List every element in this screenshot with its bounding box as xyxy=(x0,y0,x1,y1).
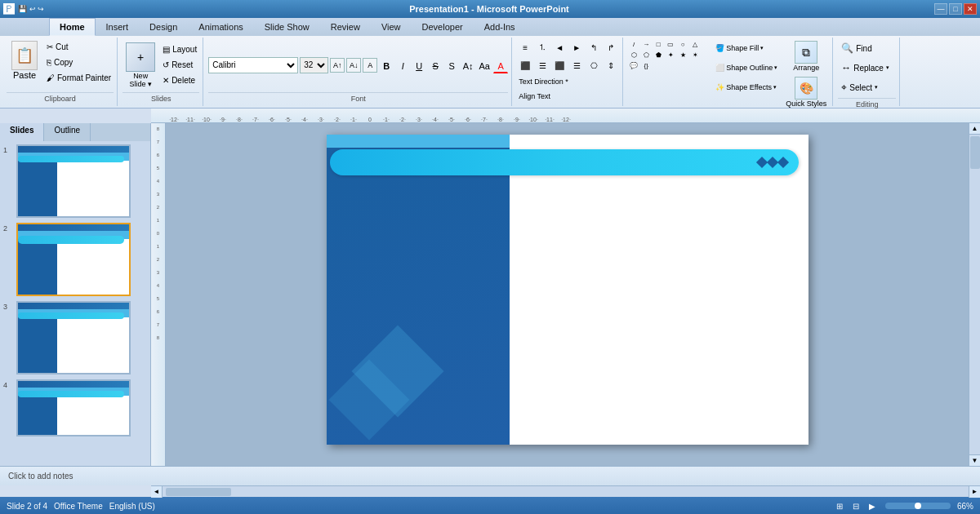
format-painter-button[interactable]: 🖌 Format Painter xyxy=(44,70,114,85)
paste-button[interactable]: 📋 Paste xyxy=(7,39,42,82)
layout-button[interactable]: ▤ Layout xyxy=(160,42,199,57)
tab-animations[interactable]: Animations xyxy=(188,18,253,36)
vertical-scrollbar[interactable]: ▲ ▼ xyxy=(969,123,980,466)
shape-effects-arrow: ▾ xyxy=(773,84,777,91)
tab-slideshow[interactable]: Slide Show xyxy=(254,18,320,36)
slideshow-button[interactable]: ▶ xyxy=(866,501,879,512)
panel-tab-outline[interactable]: Outline xyxy=(44,123,91,141)
italic-button[interactable]: I xyxy=(395,59,410,73)
shape-pentagon[interactable]: ⬠ xyxy=(640,50,652,60)
horizontal-scrollbar[interactable]: ◄ ► xyxy=(151,485,980,497)
shape-bracket[interactable]: {} xyxy=(640,60,652,70)
maximize-button[interactable]: □ xyxy=(949,3,962,15)
arrange-button[interactable]: ⧉ Arrange xyxy=(791,39,822,73)
slide-item-1[interactable]: 1 xyxy=(3,144,147,218)
shadow-button[interactable]: S xyxy=(444,59,459,73)
canvas-area[interactable] xyxy=(166,123,969,466)
shape-effects-button[interactable]: ✨ Shape Effects ▾ xyxy=(713,78,780,96)
shape-rounded-rect[interactable]: ▭ xyxy=(665,39,676,49)
case-button[interactable]: Aa xyxy=(477,59,492,73)
shape-triangle[interactable]: △ xyxy=(689,39,701,49)
shape-star5[interactable]: ★ xyxy=(677,50,688,60)
copy-button[interactable]: ⎘ Copy xyxy=(44,55,114,69)
clear-format-button[interactable]: A xyxy=(363,58,377,73)
reset-button[interactable]: ↺ Reset xyxy=(160,58,199,73)
shape-outline-button[interactable]: ⬜ Shape Outline ▾ xyxy=(713,59,780,77)
col-button[interactable]: ⎔ xyxy=(586,58,602,73)
cut-button[interactable]: ✂ Cut xyxy=(44,39,114,54)
slide-item-4[interactable]: 4 xyxy=(3,379,147,436)
replace-button[interactable]: ↔ Replace ▾ xyxy=(838,59,893,77)
text-direction-label: Text Direction * xyxy=(519,78,568,86)
select-icon: ⌖ xyxy=(841,82,847,93)
notes-bar[interactable]: Click to add notes xyxy=(0,466,980,485)
shape-star4[interactable]: ✦ xyxy=(665,50,676,60)
shape-callout[interactable]: 💬 xyxy=(628,60,639,70)
shape-arrow[interactable]: → xyxy=(640,39,652,49)
shape-fill-button[interactable]: 🪣 Shape Fill ▾ xyxy=(713,39,780,57)
scroll-h-thumb[interactable] xyxy=(166,488,231,496)
increase-font-button[interactable]: A↑ xyxy=(330,58,345,73)
select-button[interactable]: ⌖ Select ▾ xyxy=(838,78,881,96)
numbering-button[interactable]: ⒈ xyxy=(534,40,550,55)
tab-view[interactable]: View xyxy=(371,18,412,36)
align-text-button[interactable]: Align Text xyxy=(517,91,552,102)
tab-home[interactable]: Home xyxy=(49,18,96,36)
shape-line[interactable]: / xyxy=(628,39,639,49)
justify-button[interactable]: ☰ xyxy=(568,58,585,73)
slide-item-2[interactable]: 2 xyxy=(3,223,147,296)
align-right-button[interactable]: ⬛ xyxy=(551,58,568,73)
editing-group: 🔍 Find ↔ Replace ▾ ⌖ Select ▾ Editing xyxy=(835,38,900,106)
slide-white-area xyxy=(510,135,808,445)
rtl-button[interactable]: ↰ xyxy=(586,40,602,55)
zoom-thumb[interactable] xyxy=(915,503,921,509)
decrease-indent-button[interactable]: ◄ xyxy=(551,40,568,55)
font-name-select[interactable]: Calibri xyxy=(208,57,298,73)
tab-insert[interactable]: Insert xyxy=(96,18,140,36)
new-slide-button[interactable]: + New Slide ▾ xyxy=(122,41,158,90)
scroll-up-button[interactable]: ▲ xyxy=(969,123,981,135)
tab-developer[interactable]: Developer xyxy=(412,18,474,36)
shape-star6[interactable]: ✶ xyxy=(689,50,701,60)
shape-chevron[interactable]: ⬡ xyxy=(628,50,639,60)
tab-design[interactable]: Design xyxy=(139,18,188,36)
quick-styles-button[interactable]: 🎨 Quick Styles xyxy=(783,75,829,109)
delete-button[interactable]: ✕ Delete xyxy=(160,73,199,88)
ltr-button[interactable]: ↱ xyxy=(603,40,619,55)
font-size-select[interactable]: 32 xyxy=(300,57,328,73)
minimize-button[interactable]: — xyxy=(934,3,947,15)
diamond-2 xyxy=(766,157,777,168)
strikethrough-button[interactable]: S xyxy=(428,59,443,73)
slide-item-3[interactable]: 3 xyxy=(3,301,147,374)
zoom-slider[interactable] xyxy=(885,503,951,509)
decrease-font-button[interactable]: A↓ xyxy=(346,58,361,73)
font-color-button[interactable]: A xyxy=(493,59,508,73)
spacing-button[interactable]: A↕ xyxy=(461,59,475,73)
bullets-button[interactable]: ≡ xyxy=(517,40,533,55)
tab-review[interactable]: Review xyxy=(320,18,371,36)
shape-cube[interactable]: ⬟ xyxy=(653,50,664,60)
align-center-button[interactable]: ☰ xyxy=(534,58,550,73)
text-direction-button[interactable]: Text Direction * xyxy=(517,76,570,87)
close-button[interactable]: ✕ xyxy=(964,3,977,15)
increase-indent-button[interactable]: ► xyxy=(568,40,585,55)
find-button[interactable]: 🔍 Find xyxy=(838,39,875,57)
line-spacing-button[interactable]: ⇕ xyxy=(603,58,619,73)
normal-view-button[interactable]: ⊞ xyxy=(833,501,846,512)
slide-canvas[interactable] xyxy=(327,135,808,445)
shape-rect[interactable]: □ xyxy=(653,39,664,49)
scroll-thumb[interactable] xyxy=(970,136,980,169)
slide-thumb-4 xyxy=(16,379,131,436)
align-left-button[interactable]: ⬛ xyxy=(517,58,533,73)
scroll-down-button[interactable]: ▼ xyxy=(969,454,981,466)
underline-button[interactable]: U xyxy=(412,59,426,73)
scroll-left-button[interactable]: ◄ xyxy=(151,486,163,498)
bold-button[interactable]: B xyxy=(379,59,394,73)
tab-addins[interactable]: Add-Ins xyxy=(474,18,526,36)
slide-title-bar[interactable] xyxy=(330,149,799,175)
panel-tab-slides[interactable]: Slides xyxy=(0,123,44,141)
cut-icon: ✂ xyxy=(47,42,53,51)
shape-oval[interactable]: ○ xyxy=(677,39,688,49)
slide-sorter-button[interactable]: ⊟ xyxy=(849,501,862,512)
scroll-right-button[interactable]: ► xyxy=(969,486,980,498)
